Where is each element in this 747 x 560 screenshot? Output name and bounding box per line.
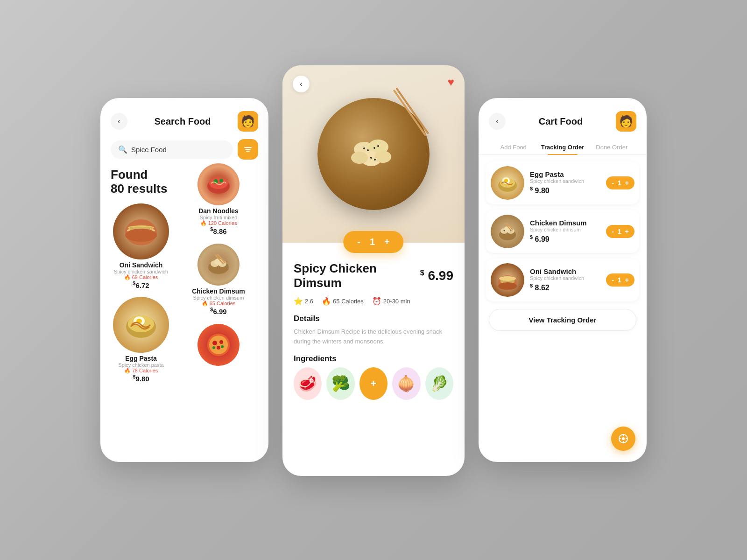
search-icon: 🔍 — [118, 145, 127, 154]
cart-item-info: Egg Pasta Spicy chicken sandwich $ 9.80 — [530, 170, 600, 195]
cart-item-sub: Spicy chicken sandwich — [530, 275, 600, 281]
list-item[interactable]: Chicken Dimsum Spicy chicken dimsum 🔥 65… — [179, 244, 258, 315]
results-label: Found 80 results — [111, 168, 171, 383]
qty-plus[interactable]: + — [625, 276, 629, 284]
cart-item-image — [491, 263, 524, 297]
cart-item-name: Egg Pasta — [530, 170, 600, 178]
food-name: Oni Sandwich — [120, 261, 163, 269]
list-item[interactable] — [179, 324, 258, 366]
svg-point-56 — [499, 276, 516, 281]
svg-point-23 — [209, 336, 228, 354]
list-item[interactable]: Egg Pasta Spicy chicken sandwich $ 9.80 … — [486, 161, 639, 204]
svg-point-27 — [212, 346, 215, 349]
qty-value: 1 — [618, 179, 621, 187]
list-item[interactable]: Chicken Dimsum Spicy chicken dimsum $ 6.… — [486, 210, 639, 253]
cart-qty-stepper[interactable]: - 1 + — [606, 225, 634, 238]
cart-qty-stepper[interactable]: - 1 + — [606, 273, 634, 287]
svg-point-37 — [374, 147, 375, 149]
ingredients-row: 🥩 🥦 + 🧅 🥬 — [294, 367, 453, 400]
pizza-img — [204, 331, 233, 359]
favorite-button[interactable]: ♥ — [448, 76, 454, 89]
list-item[interactable]: Oni Sandwich Spicy chicken sandwich $ 8.… — [486, 259, 639, 301]
detail-content: Spicy ChickenDimsum $ 6.99 ⭐ 2.6 🔥 65 Ca… — [282, 243, 465, 411]
page-title: Cart Food — [539, 116, 583, 127]
rating-meta: ⭐ 2.6 — [294, 297, 313, 306]
location-icon — [618, 433, 629, 444]
svg-point-25 — [219, 340, 223, 344]
food-bowl — [317, 98, 430, 210]
detail-hero: ‹ ♥ — [282, 65, 465, 243]
tab-tracking-order[interactable]: Tracking Order — [538, 139, 587, 154]
quantity-stepper[interactable]: - 1 + — [343, 231, 403, 253]
qty-plus[interactable]: + — [625, 228, 629, 235]
qty-minus[interactable]: - — [612, 179, 614, 187]
calories-meta: 🔥 65 Calories — [322, 297, 364, 306]
cart-item-price: $ 9.80 — [530, 186, 600, 195]
star-icon: ⭐ — [294, 297, 303, 306]
avatar[interactable]: 🧑 — [616, 111, 636, 132]
svg-point-26 — [217, 346, 220, 350]
qty-value: 1 — [618, 276, 621, 284]
avatar[interactable]: 🧑 — [238, 111, 258, 132]
food-cal: 🔥 69 Calories — [124, 274, 158, 280]
food-sub: Spicy fruti mixed — [200, 215, 238, 220]
cart-item-price: $ 8.62 — [530, 283, 600, 292]
list-item[interactable]: Dan Noodles Spicy fruti mixed 🔥 120 Calo… — [179, 163, 258, 235]
svg-point-7 — [125, 229, 157, 242]
filter-button[interactable] — [238, 139, 258, 160]
svg-point-59 — [622, 437, 625, 440]
svg-point-15 — [219, 179, 223, 182]
qty-plus[interactable]: + — [384, 237, 390, 247]
cart-item-name: Oni Sandwich — [530, 267, 600, 275]
svg-point-32 — [351, 152, 368, 164]
food-meta: ⭐ 2.6 🔥 65 Calories ⏰ 20-30 min — [294, 297, 453, 306]
food-name-row: Spicy ChickenDimsum $ 6.99 — [294, 261, 453, 290]
tab-add-food[interactable]: Add Food — [489, 139, 538, 154]
svg-point-36 — [377, 145, 379, 147]
svg-point-35 — [367, 149, 369, 151]
ingredient-broccoli: 🥦 — [326, 367, 354, 400]
back-button[interactable]: ‹ — [489, 113, 506, 130]
egg-pasta-img — [122, 306, 160, 343]
food-name: Dan Noodles — [198, 207, 239, 215]
cart-header: ‹ Cart Food 🧑 — [479, 98, 647, 139]
back-button[interactable]: ‹ — [111, 113, 127, 130]
results-section: Found 80 results — [100, 168, 268, 387]
qty-minus[interactable]: - — [612, 228, 614, 235]
cart-tabs: Add Food Tracking Order Done Order — [479, 139, 647, 155]
ingredient-add-button[interactable]: + — [359, 367, 388, 400]
ingredient-meat: 🥩 — [294, 367, 322, 400]
list-item[interactable]: Oni Sandwich Spicy chicken sandwich 🔥 69… — [111, 203, 171, 289]
food-cal: 🔥 120 Calories — [200, 220, 237, 226]
food-sub: Spicy chicken dimsum — [193, 295, 244, 301]
cart-qty-stepper[interactable]: - 1 + — [606, 176, 634, 189]
search-input[interactable]: Spice Food — [131, 146, 167, 154]
food-sub: Spicy chicken sandwich — [114, 269, 168, 274]
qty-plus[interactable]: + — [625, 179, 629, 187]
qty-minus[interactable]: - — [612, 276, 614, 284]
cart-item-sub: Spicy chicken sandwich — [530, 178, 600, 184]
svg-point-13 — [209, 178, 228, 189]
qty-minus[interactable]: - — [357, 237, 360, 247]
food-sub: Spicy chicken pasta — [118, 362, 163, 368]
cart-item-price: $ 6.99 — [530, 234, 600, 244]
list-item[interactable]: Egg Pasta Spicy chicken pasta 🔥 78 Calor… — [111, 297, 171, 383]
time-meta: ⏰ 20-30 min — [372, 297, 410, 306]
page-title: Search Food — [154, 116, 211, 127]
svg-point-39 — [374, 159, 376, 161]
back-button[interactable]: ‹ — [293, 76, 310, 92]
svg-point-24 — [212, 341, 217, 345]
clock-icon: ⏰ — [372, 297, 381, 306]
food-price: $9.80 — [133, 374, 149, 383]
filter-icon — [243, 145, 253, 154]
food-price: $8.86 — [210, 226, 226, 235]
cart-item-sub: Spicy chicken dimsum — [530, 227, 600, 232]
phones-container: ‹ Search Food 🧑 🔍 Spice Food Found — [100, 84, 647, 476]
food-name: Egg Pasta — [125, 355, 157, 362]
view-tracking-button[interactable]: View Tracking Order — [489, 309, 636, 331]
ingredients-title: Ingredients — [294, 354, 453, 364]
location-fab-button[interactable] — [611, 427, 635, 451]
tab-done-order[interactable]: Done Order — [587, 139, 636, 154]
search-input-wrap[interactable]: 🔍 Spice Food — [111, 140, 233, 159]
ingredient-onion: 🧅 — [392, 367, 420, 400]
